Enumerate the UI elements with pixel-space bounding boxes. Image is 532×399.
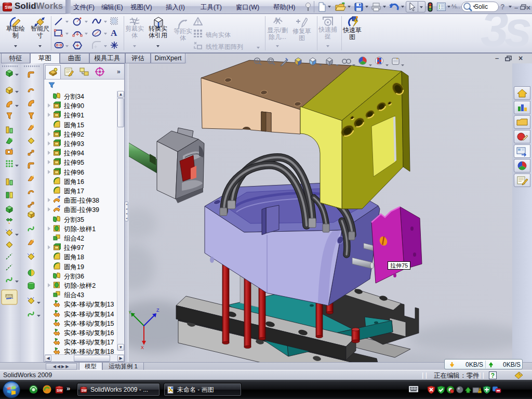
svg-text:X: X — [141, 345, 144, 350]
svg-text:Y: Y — [129, 310, 131, 315]
svg-text:Z: Z — [156, 308, 159, 313]
svg-text:SW: SW — [82, 389, 87, 392]
svg-text:A: A — [111, 28, 117, 37]
svg-text:SW: SW — [5, 5, 12, 10]
svg-text:!: ! — [479, 389, 481, 393]
svg-text:6: 6 — [275, 17, 278, 23]
svg-text:SW: SW — [57, 389, 63, 392]
